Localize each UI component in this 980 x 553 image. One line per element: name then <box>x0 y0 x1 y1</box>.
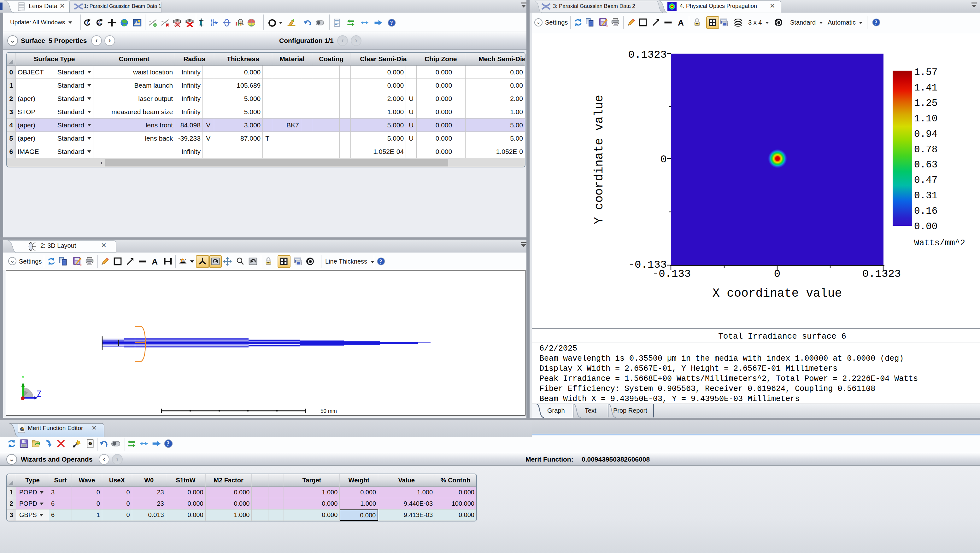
svg-text:?: ? <box>390 19 393 26</box>
svg-text:50 mm: 50 mm <box>320 408 337 414</box>
svg-text:?: ? <box>167 440 170 447</box>
svg-text:1: 1 <box>86 21 88 25</box>
svg-text:?: ? <box>874 19 877 26</box>
svg-text:Watts/mm^2: Watts/mm^2 <box>914 238 965 248</box>
svg-text:A: A <box>678 18 684 27</box>
svg-text:Beam Width X = 9.43950E-03, Y: Beam Width X = 9.43950E-03, Y = 9.43950E… <box>539 394 800 404</box>
svg-text:X coordinate value: X coordinate value <box>713 287 842 300</box>
svg-text:Fiber Efficiency: System 0.905: Fiber Efficiency: System 0.905563, Recei… <box>539 385 875 394</box>
svg-text:6/2/2025: 6/2/2025 <box>539 344 577 353</box>
svg-text:0.31: 0.31 <box>914 190 937 201</box>
svg-text:1.57: 1.57 <box>914 67 937 78</box>
svg-text:-0.133: -0.133 <box>652 268 691 280</box>
svg-text:0.47: 0.47 <box>914 175 937 186</box>
svg-text:Total Irradiance surface 6: Total Irradiance surface 6 <box>718 332 846 341</box>
svg-text:A: A <box>98 21 101 25</box>
svg-text:0.94: 0.94 <box>914 129 937 140</box>
svg-text:Peak Irradiance = 1.5668E+00 W: Peak Irradiance = 1.5668E+00 Watts/Milli… <box>539 374 918 383</box>
svg-text:1.10: 1.10 <box>914 113 937 124</box>
svg-text:0.78: 0.78 <box>914 144 937 155</box>
svg-text:0.1323: 0.1323 <box>628 49 667 61</box>
svg-text:0.16: 0.16 <box>914 205 937 216</box>
svg-text:0: 0 <box>774 268 780 280</box>
svg-text:0.63: 0.63 <box>914 159 937 170</box>
svg-text:A: A <box>152 257 158 266</box>
svg-text:0.00: 0.00 <box>914 221 937 232</box>
svg-text:Y coordinate value: Y coordinate value <box>592 95 606 224</box>
svg-text:1.25: 1.25 <box>914 98 937 109</box>
svg-text:0.1323: 0.1323 <box>862 268 901 280</box>
svg-text:?: ? <box>379 258 382 265</box>
svg-text:1.41: 1.41 <box>914 82 937 93</box>
svg-text:Beam wavelength is 0.35500 µm: Beam wavelength is 0.35500 µm in the med… <box>539 354 904 363</box>
svg-text:0: 0 <box>660 154 667 165</box>
svg-text:Display X Width = 2.6567E-01,: Display X Width = 2.6567E-01, Y Height =… <box>539 364 837 373</box>
